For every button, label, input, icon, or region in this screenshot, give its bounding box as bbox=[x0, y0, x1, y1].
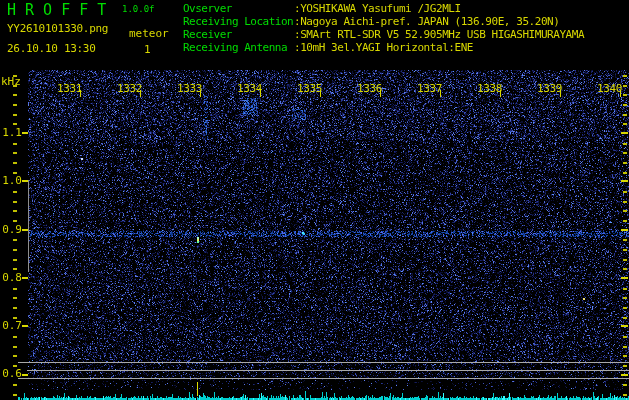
observer-value: :YOSHIKAWA Yasufumi /JG2MLI bbox=[294, 3, 461, 15]
freq-tick-label: 1.1 bbox=[0, 127, 22, 139]
time-tick-label: 1335 bbox=[297, 83, 322, 95]
time-tick-label: 1340 bbox=[597, 83, 622, 95]
freq-tick-label: 0.8 bbox=[0, 272, 22, 284]
receiver-label: Receiver bbox=[183, 29, 232, 41]
freq-tick-label: 1.0 bbox=[0, 175, 22, 187]
time-tick-label: 1337 bbox=[417, 83, 442, 95]
time-tick-label: 1332 bbox=[117, 83, 142, 95]
time-tick-label: 1336 bbox=[357, 83, 382, 95]
time-tick-label: 1333 bbox=[177, 83, 202, 95]
app-title: H R O F F T bbox=[7, 3, 106, 19]
app-version: 1.0.0f bbox=[122, 5, 155, 14]
spectrogram-canvas bbox=[0, 0, 629, 400]
receiver-value: :SMArt RTL-SDR V5 52.905MHz USB HIGASHIM… bbox=[294, 29, 584, 41]
mode-label: meteor bbox=[129, 28, 169, 40]
freq-tick-label: 0.6 bbox=[0, 368, 22, 380]
receiving-location-value: :Nagoya Aichi-pref. JAPAN (136.90E, 35.2… bbox=[294, 16, 559, 28]
freq-tick-label: 0.7 bbox=[0, 320, 22, 332]
receiving-antenna-value: :10mH 3el.YAGI Horizontal:ENE bbox=[294, 42, 473, 54]
freq-tick-label: 0.9 bbox=[0, 224, 22, 236]
time-tick-label: 1338 bbox=[477, 83, 502, 95]
receiving-location-label: Receiving Location bbox=[183, 16, 293, 28]
time-tick-label: 1334 bbox=[237, 83, 262, 95]
receiving-antenna-label: Receiving Antenna bbox=[183, 42, 287, 54]
meteor-count: 1 bbox=[144, 44, 151, 56]
freq-axis-unit: kHz bbox=[1, 76, 21, 88]
datetime-label: 26.10.10 13:30 bbox=[7, 43, 96, 55]
time-tick-label: 1331 bbox=[57, 83, 82, 95]
observer-label: Ovserver bbox=[183, 3, 232, 15]
time-tick-label: 1339 bbox=[537, 83, 562, 95]
hrofft-window: H R O F F T 1.0.0f YY2610101330.png mete… bbox=[0, 0, 629, 400]
output-filename: YY2610101330.png bbox=[7, 23, 108, 35]
